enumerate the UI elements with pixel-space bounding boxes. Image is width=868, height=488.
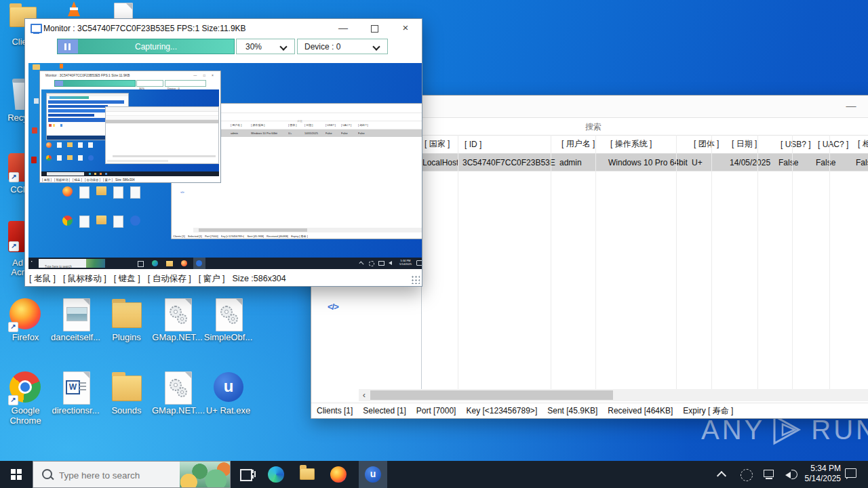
desktop-icon-plugins[interactable]: Plugins bbox=[101, 297, 152, 346]
icon-label: Firefox bbox=[0, 332, 51, 342]
desktop-icon-chrome[interactable]: ↗ Google Chrome bbox=[0, 370, 51, 431]
config-file-icon bbox=[165, 298, 192, 331]
column-header[interactable]: [ 团体 ] bbox=[691, 138, 729, 150]
desktop-icon-firefox[interactable]: ↗ Firefox bbox=[0, 297, 51, 346]
horizontal-scrollbar[interactable]: ‹ bbox=[359, 389, 868, 401]
status-autosave[interactable]: [ 自动保存 ] bbox=[148, 273, 191, 285]
word-badge: W bbox=[66, 380, 80, 394]
capture-status: Capturing... bbox=[78, 39, 234, 54]
desktop-icon-sounds[interactable]: Sounds bbox=[101, 370, 152, 419]
mini-sidebar-code-icon: </> bbox=[180, 190, 184, 194]
scrollbar-thumb[interactable] bbox=[370, 390, 613, 400]
cell-usb: False bbox=[776, 158, 813, 167]
scale-dropdown[interactable]: 30% bbox=[236, 39, 295, 54]
mini-icon-row bbox=[62, 186, 140, 199]
close-button[interactable]: × bbox=[392, 19, 419, 38]
desktop-icon-simpleobf[interactable]: SimpleObf... bbox=[203, 297, 254, 346]
device-dropdown[interactable]: Device : 0 bbox=[297, 39, 388, 54]
clock-time: 5:34 PM bbox=[802, 464, 841, 474]
shortcut-arrow-icon: ↗ bbox=[8, 395, 18, 405]
edge-icon bbox=[268, 466, 284, 483]
tray-network-icon[interactable] bbox=[764, 470, 775, 479]
icon-label: GMap.NET... bbox=[152, 332, 203, 342]
column-header[interactable]: [ UAC? ] bbox=[815, 140, 855, 149]
mini-search-placeholder: 搜索 bbox=[297, 119, 302, 123]
file-sliver-icon[interactable] bbox=[114, 3, 133, 19]
table-row-selected[interactable]: LocalHost 3C54740F7CC0F23B53E5 admin Win… bbox=[422, 154, 868, 171]
mini-statusbar: Clients [1] Selected [1] Port [7000] Key… bbox=[173, 233, 422, 239]
mini-taskbar: Type here to search 5:34 PM 5/14/2025 bbox=[28, 258, 422, 269]
start-button[interactable] bbox=[0, 461, 33, 488]
task-view-icon-bars bbox=[252, 470, 254, 473]
status-clients: Clients [1] bbox=[317, 406, 353, 415]
mini-clock-date: 5/14/2025 bbox=[397, 262, 414, 266]
desktop-icon-danceitself[interactable]: danceitself... bbox=[50, 297, 101, 346]
maximize-button[interactable] bbox=[361, 19, 388, 38]
mini-window-buttons: — □ × bbox=[193, 73, 216, 77]
status-selected: Selected [1] bbox=[363, 406, 406, 415]
cell-uac: False bbox=[813, 158, 853, 167]
column-header[interactable]: [ 相机? ] bbox=[855, 138, 868, 150]
minimize-button[interactable]: — bbox=[842, 100, 861, 113]
column-header[interactable]: [ ID ] bbox=[460, 140, 557, 149]
uplus-icon: u bbox=[214, 372, 243, 402]
status-window[interactable]: [ 窗户 ] bbox=[199, 273, 225, 285]
gear-icon bbox=[177, 314, 187, 324]
cell-country: LocalHost bbox=[422, 158, 458, 167]
uplus-icon: u bbox=[365, 466, 381, 483]
desktop-icon-directionsr[interactable]: W directionsr... bbox=[50, 370, 101, 419]
minimize-button[interactable]: — bbox=[330, 19, 357, 38]
device-value: Device : 0 bbox=[304, 42, 340, 52]
edge-taskbar-button[interactable] bbox=[260, 461, 292, 488]
resize-grip[interactable] bbox=[411, 275, 420, 284]
capture-progressbar[interactable]: Capturing... bbox=[57, 39, 235, 54]
task-view-button[interactable] bbox=[231, 461, 260, 488]
tray-ime-icon[interactable] bbox=[741, 469, 753, 481]
icon-label: Google Chrome bbox=[0, 405, 51, 426]
mini-device-dropdown: Device : 0 bbox=[165, 80, 206, 87]
chevron-down-icon bbox=[279, 43, 287, 50]
mini-scrollbar bbox=[193, 228, 422, 232]
folder-icon bbox=[112, 302, 142, 328]
desktop[interactable]: Client Recy ↗ CCl ↗ Ad Acr ↗ Firefox dan… bbox=[0, 0, 868, 488]
action-center-button[interactable] bbox=[845, 468, 857, 479]
column-header[interactable]: [ 用户名 ] bbox=[557, 138, 606, 150]
tray-chevron-up-icon[interactable] bbox=[716, 470, 728, 479]
vlc-stripe bbox=[70, 7, 78, 10]
monitor-titlebar[interactable]: Monitor : 3C54740F7CC0F23B53E5 FPS:1 Siz… bbox=[25, 19, 422, 38]
pause-button[interactable] bbox=[58, 39, 78, 54]
cell-date: 14/05/2025 bbox=[727, 158, 776, 167]
taskbar: u 5:34 PM 5/14/2025 bbox=[0, 461, 868, 488]
column-header[interactable]: [ 国家 ] bbox=[422, 138, 460, 150]
status-keyboard[interactable]: [ 键盘 ] bbox=[114, 273, 140, 285]
file-explorer-icon bbox=[300, 468, 315, 480]
status-key: Key [<123456789>] bbox=[466, 406, 537, 415]
folder-icon bbox=[112, 375, 142, 401]
remote-screen-view[interactable]: CPU 10% RAM 34% 搜索 [ 国家 ] [ ID ] [ 用户名 ]… bbox=[28, 63, 422, 269]
column-header[interactable]: [ 操作系统 ] bbox=[606, 138, 691, 150]
taskbar-search-box[interactable] bbox=[33, 461, 231, 488]
status-received: Received [464KB] bbox=[608, 406, 673, 415]
mini-remote-screen bbox=[41, 89, 219, 176]
tray-volume-icon[interactable] bbox=[785, 469, 799, 480]
taskbar-clock[interactable]: 5:34 PM 5/14/2025 bbox=[802, 464, 841, 485]
search-highlight-illustration[interactable] bbox=[180, 462, 230, 487]
desktop-icon-gmap2[interactable]: GMap.NET.... bbox=[152, 370, 203, 419]
column-header[interactable]: [ 日期 ] bbox=[729, 138, 778, 150]
scroll-left-arrow[interactable]: ‹ bbox=[359, 389, 370, 401]
maximize-glyph bbox=[371, 25, 378, 33]
uplus-rat-taskbar-button[interactable]: u bbox=[359, 461, 387, 488]
monitor-title: Monitor : 3C54740F7CC0F23B53E5 FPS:1 Siz… bbox=[43, 24, 246, 33]
vlc-icon[interactable] bbox=[66, 1, 81, 18]
mini-monitor-title: Monitor : 3C54740F7CC0F23B53E5 FPS:1 Siz… bbox=[45, 73, 174, 77]
file-explorer-taskbar-button[interactable] bbox=[292, 461, 323, 488]
desktop-icon-gmap1[interactable]: GMap.NET... bbox=[152, 297, 203, 346]
column-header[interactable]: [ USB? ] bbox=[778, 140, 815, 149]
desktop-icon-uplus-rat[interactable]: u U+ Rat.exe bbox=[203, 370, 254, 419]
taskbar-search-input[interactable] bbox=[58, 462, 176, 488]
mini-monitor-statusbar: [ 老鼠 ] [ 鼠标移动 ] [ 键盘 ] [ 自动保存 ] [ 窗户 ] S… bbox=[42, 176, 220, 183]
firefox-taskbar-button[interactable] bbox=[323, 461, 354, 488]
status-mouse-move[interactable]: [ 鼠标移动 ] bbox=[63, 273, 106, 285]
sidebar-code-icon[interactable]: </> bbox=[328, 302, 345, 314]
status-mouse[interactable]: [ 老鼠 ] bbox=[29, 273, 56, 285]
